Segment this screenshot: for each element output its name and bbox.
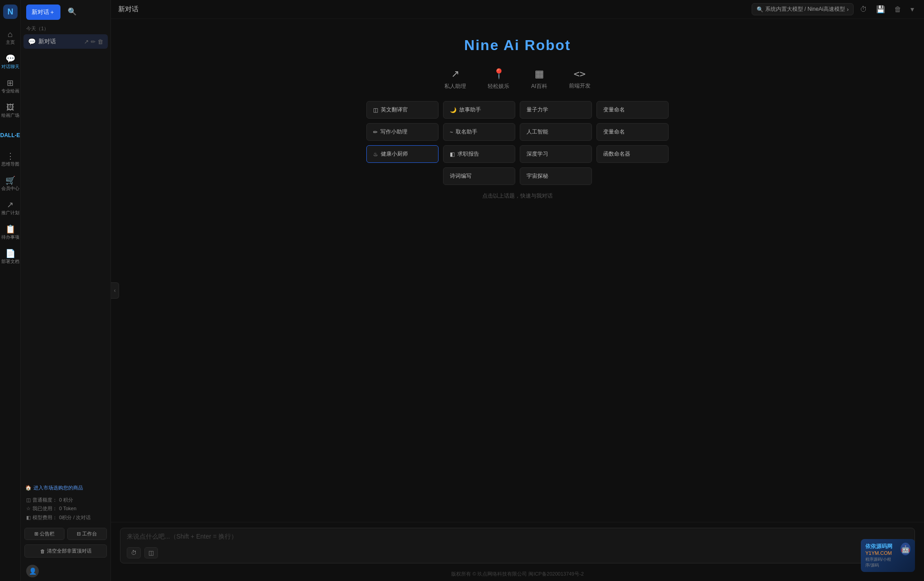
suggestion-resume[interactable]: ◧ 求职报告 [443,145,515,163]
voice-icon: ⏱ [131,549,137,556]
suggestion-universe[interactable]: 宇宙探秘 [520,167,592,185]
clear-button[interactable]: 🗑 清空全部非置顶对话 [24,544,107,558]
suggestion-quantum[interactable]: 量子力学 [520,101,592,119]
page-title: 新对话 [118,5,139,14]
nav-item-dalle[interactable]: DALL-E [0,124,20,147]
nav-item-shop[interactable]: 🛒 会员中心 [0,172,20,196]
workspace-buttons: ⊞ 公告栏 ⊟ 工作台 [21,525,111,543]
conversation-panel: 新对话＋ 🔍 今天（1） 💬 新对话 ↗ ✏ 🗑 🏠 进入市场选购您的商品 ◫ … [21,0,111,581]
conv-delete-icon[interactable]: 🗑 [97,38,103,45]
used-icon: ☆ [26,504,31,513]
save-icon: 💾 [876,5,885,13]
model-cost-icon: ◧ [26,513,31,522]
timer-button[interactable]: ⏱ [857,4,870,15]
conv-edit-icon[interactable]: ✏ [91,38,96,45]
home-icon: ⌂ [8,30,13,38]
nav-item-mindmap[interactable]: ⋮ 思维导图 [0,148,20,171]
chevron-left-icon: ‹ [114,287,116,294]
search-button[interactable]: 🔍 [64,5,80,18]
chat-input[interactable] [127,533,908,544]
workbench-button[interactable]: ⊟ 工作台 [67,528,107,540]
conversation-item[interactable]: 💬 新对话 ↗ ✏ 🗑 [23,34,108,49]
naming-icon: ~ [450,129,453,135]
suggestion-poetry[interactable]: 诗词编写 [443,167,515,185]
cat-item-dev[interactable]: <> 前端开发 [569,68,591,90]
model-selector[interactable]: 🔍 系统内置大模型 / NineAi高速模型 › [752,3,854,15]
watermark-url: Y1YM.COM [865,550,896,556]
conv-item-actions: ↗ ✏ 🗑 [84,38,103,45]
more-button[interactable]: ▾ [908,3,917,15]
nav-item-home[interactable]: ⌂ 主页 [0,26,20,50]
stats-row-model-cost: ◧ 模型费用： 0积分 / 次对话 [26,513,105,522]
search-icon: 🔍 [68,8,77,15]
market-icon: 🏠 [25,485,32,491]
suggestion-varname2[interactable]: 变量命名 [596,123,669,141]
writing-icon: ✏ [373,129,378,135]
suggestion-funcname[interactable]: 函数命名器 [596,145,669,163]
voice-button[interactable]: ⏱ [127,547,141,558]
nav-item-docs[interactable]: 📄 部署文档 [0,245,20,269]
hint-text: 点击以上话题，快速与我对话 [482,192,553,200]
top-bar-right: 🔍 系统内置大模型 / NineAi高速模型 › ⏱ 💾 🗑 ▾ [752,3,917,15]
suggestion-varname1[interactable]: 变量命名 [596,101,669,119]
mindmap-icon: ⋮ [6,152,14,160]
watermark: 依依源码网 Y1YM.COM 程序源码/小程序/源码 🤖 [861,539,915,572]
suggestion-story[interactable]: 🌙 故事助手 [443,101,515,119]
stats-row-used: ☆ 我已使用： 0 Token [26,504,105,513]
todo-icon: 📋 [5,225,15,233]
nav-item-gallery[interactable]: 🖼 绘画广场 [0,99,20,123]
chevron-down-icon: ▾ [910,5,914,13]
new-chat-button[interactable]: 新对话＋ [26,5,60,20]
suggestion-translate[interactable]: ◫ 英文翻译官 [366,101,439,119]
cat-item-encyclopedia[interactable]: ▦ AI百科 [531,68,547,90]
workbench-icon: ⊟ [77,531,81,537]
announcement-button[interactable]: ⊞ 公告栏 [24,528,65,540]
suggestion-deeplearning[interactable]: 深度学习 [520,145,592,163]
timer-icon: ⏱ [860,5,867,13]
suggestion-health[interactable]: ♨ 健康小厨师 [366,145,439,163]
dev-icon: <> [573,68,586,79]
save-button[interactable]: 💾 [873,3,888,15]
input-wrapper: ⏱ ◫ [120,528,915,563]
conv-share-icon[interactable]: ↗ [84,38,89,45]
announcement-icon: ⊞ [34,531,38,537]
chevron-right-icon: › [847,6,849,13]
avatar: 👤 [26,565,39,577]
suggestions-row3: ♨ 健康小厨师 ◧ 求职报告 深度学习 函数命名器 [366,145,669,163]
suggestions-row4: 诗词编写 宇宙探秘 [443,167,592,185]
watermark-icon: 🤖 [901,543,910,555]
nav-item-pro[interactable]: ⊞ 专业绘画 [0,75,20,98]
delete-button[interactable]: 🗑 [892,4,904,15]
main-area: 新对话 🔍 系统内置大模型 / NineAi高速模型 › ⏱ 💾 🗑 ▾ Nin… [111,0,924,581]
suggestion-writing[interactable]: ✏ 写作小助理 [366,123,439,141]
nav-item-chat[interactable]: 💬 对话聊天 [0,51,20,74]
nav-item-share[interactable]: ↗ 推广计划 [0,197,20,220]
dalle-icon: DALL-E [0,133,20,138]
app-logo[interactable]: N [3,5,18,19]
credits-value: 0 积分 [59,496,73,505]
collapse-button[interactable]: ‹ [111,282,119,299]
model-cost-value: 0积分 / 次对话 [59,513,91,522]
attach-icon: ◫ [148,549,154,556]
stats-row-credits: ◫ 普通额度： 0 积分 [26,496,105,505]
user-avatar-area[interactable]: 👤 [21,561,111,581]
docs-icon: 📄 [5,249,15,258]
cat-item-entertainment[interactable]: 📍 轻松娱乐 [488,68,509,90]
market-link[interactable]: 🏠 进入市场选购您的商品 [25,484,106,491]
conv-header: 新对话＋ 🔍 [21,0,111,23]
attach-button[interactable]: ◫ [144,547,158,558]
nav-item-todo[interactable]: 📋 待办事项 [0,221,20,244]
clear-icon: 🗑 [40,549,45,554]
watermark-title: 依依源码网 [865,543,896,550]
watermark-sub: 程序源码/小程序/源码 [865,557,896,568]
suggestion-ai[interactable]: 人工智能 [520,123,592,141]
delete-icon: 🗑 [894,5,901,13]
suggestion-naming[interactable]: ~ 取名助手 [443,123,515,141]
robot-title: Nine Ai Robot [464,37,571,54]
pro-icon: ⊞ [7,79,14,87]
used-value: 0 Token [59,504,76,513]
top-bar: 新对话 🔍 系统内置大模型 / NineAi高速模型 › ⏱ 💾 🗑 ▾ [111,0,924,19]
today-label: 今天（1） [21,23,111,34]
entertainment-icon: 📍 [493,68,505,80]
cat-item-assistant[interactable]: ↗ 私人助理 [444,68,466,90]
